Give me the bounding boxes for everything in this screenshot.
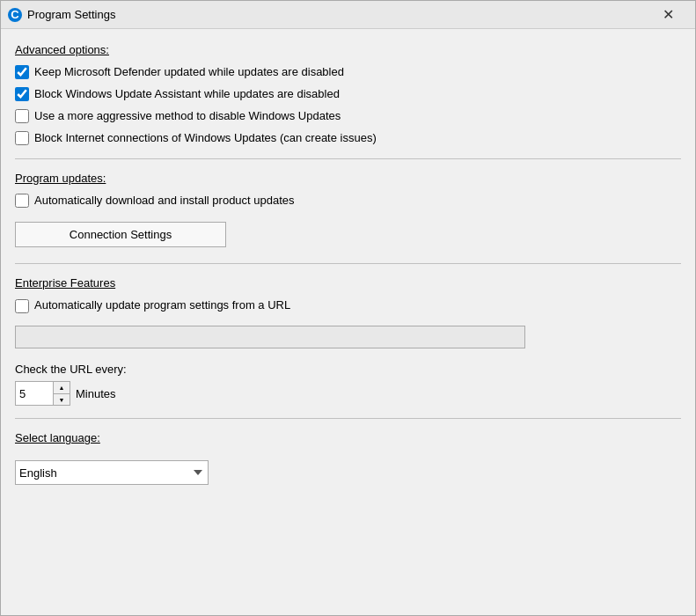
program-settings-window: C Program Settings ✕ Advanced options: K… (0, 0, 696, 616)
update-assistant-checkbox[interactable] (15, 87, 29, 101)
aggressive-method-checkbox-label: Use a more aggressive method to disable … (34, 109, 341, 124)
spinner-up-button[interactable]: ▲ (54, 382, 70, 393)
language-select-wrap: English German French Spanish Italian Po… (15, 453, 209, 485)
enterprise-features-section: Enterprise Features Automatically update… (15, 276, 681, 406)
aggressive-method-checkbox[interactable] (15, 109, 29, 123)
divider-2 (15, 263, 681, 264)
advanced-options-title: Advanced options: (15, 43, 681, 56)
spinner-input[interactable] (16, 382, 53, 405)
minutes-label: Minutes (76, 387, 116, 400)
divider-1 (15, 158, 681, 159)
advanced-options-section: Advanced options: Keep Microsoft Defende… (15, 43, 681, 146)
language-select[interactable]: English German French Spanish Italian Po… (15, 460, 209, 485)
program-updates-section: Program updates: Automatically download … (15, 172, 681, 252)
program-updates-title: Program updates: (15, 172, 681, 185)
window-icon: C (8, 8, 22, 22)
update-assistant-checkbox-row: Block Windows Update Assistant while upd… (15, 87, 681, 102)
block-internet-checkbox-row: Block Internet connections of Windows Up… (15, 131, 681, 146)
block-internet-checkbox[interactable] (15, 131, 29, 145)
spinner-wrap: ▲ ▼ (15, 381, 70, 406)
auto-update-url-checkbox-label: Automatically update program settings fr… (34, 298, 290, 313)
settings-content: Advanced options: Keep Microsoft Defende… (1, 29, 695, 615)
title-bar: C Program Settings ✕ (1, 1, 695, 29)
close-button[interactable]: ✕ (648, 1, 688, 29)
enterprise-features-title: Enterprise Features (15, 276, 681, 290)
aggressive-method-checkbox-row: Use a more aggressive method to disable … (15, 109, 681, 124)
block-internet-checkbox-label: Block Internet connections of Windows Up… (34, 131, 377, 146)
url-input[interactable] (15, 326, 525, 348)
window-title: Program Settings (27, 8, 648, 21)
auto-download-checkbox-label: Automatically download and install produ… (34, 194, 295, 209)
divider-3 (15, 418, 681, 419)
language-section-title: Select language: (15, 431, 681, 444)
auto-download-checkbox-row: Automatically download and install produ… (15, 194, 681, 209)
spinner-down-button[interactable]: ▼ (54, 393, 70, 405)
auto-download-checkbox[interactable] (15, 194, 29, 208)
spinner-buttons: ▲ ▼ (53, 382, 70, 405)
auto-update-url-checkbox[interactable] (15, 299, 29, 313)
defender-checkbox-row: Keep Microsoft Defender updated while up… (15, 65, 681, 80)
defender-checkbox[interactable] (15, 65, 29, 79)
spinner-row: ▲ ▼ Minutes (15, 381, 681, 406)
language-section: Select language: English German French S… (15, 431, 681, 485)
defender-checkbox-label: Keep Microsoft Defender updated while up… (34, 65, 344, 80)
auto-update-url-checkbox-row: Automatically update program settings fr… (15, 298, 681, 313)
check-url-label: Check the URL every: (15, 363, 681, 376)
connection-settings-button[interactable]: Connection Settings (15, 222, 226, 247)
update-assistant-checkbox-label: Block Windows Update Assistant while upd… (34, 87, 340, 102)
